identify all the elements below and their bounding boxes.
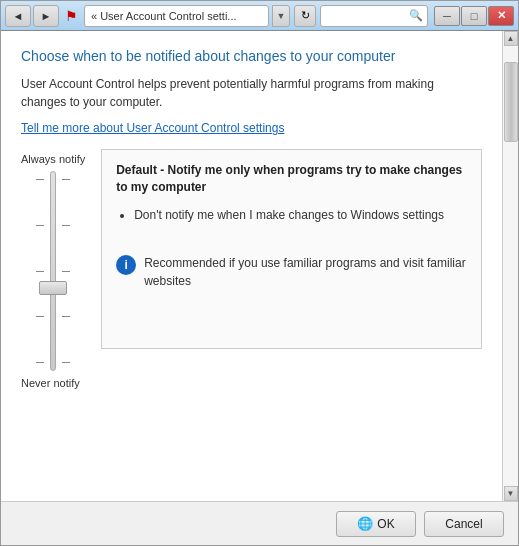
search-icon: 🔍 (409, 9, 423, 22)
slider-section: Always notify (21, 149, 482, 389)
tick-r3 (62, 271, 70, 272)
window: ◄ ► ⚑ « User Account Control setti... ▼ … (0, 0, 519, 546)
slider-thumb[interactable] (39, 281, 67, 295)
flag-icon: ⚑ (65, 8, 78, 24)
nav-buttons: ◄ ► (5, 5, 59, 27)
main-content: Choose when to be notified about changes… (1, 31, 502, 501)
content-area: Choose when to be notified about changes… (1, 31, 518, 501)
info-box-list: Don't notify me when I make changes to W… (116, 206, 467, 224)
tick-r5 (62, 362, 70, 363)
address-bar[interactable]: « User Account Control setti... (84, 5, 269, 27)
title-bar: ◄ ► ⚑ « User Account Control setti... ▼ … (1, 1, 518, 31)
tick-3 (36, 271, 44, 272)
search-bar[interactable]: 🔍 (320, 5, 428, 27)
info-icon: i (116, 255, 136, 275)
slider-track-wrapper (36, 171, 70, 371)
page-title: Choose when to be notified about changes… (21, 47, 482, 65)
scrollbar-up-button[interactable]: ▲ (504, 31, 518, 46)
back-button[interactable]: ◄ (5, 5, 31, 27)
slider-container: Always notify (21, 149, 85, 389)
tick-r1 (62, 179, 70, 180)
tick-r2 (62, 225, 70, 226)
refresh-button[interactable]: ↻ (294, 5, 316, 27)
address-dropdown-button[interactable]: ▼ (272, 5, 290, 27)
tick-5 (36, 362, 44, 363)
window-controls: ─ □ ✕ (434, 6, 514, 26)
tick-marks-left (36, 171, 44, 371)
search-input[interactable] (325, 10, 405, 22)
scrollbar-thumb[interactable] (504, 62, 518, 142)
tick-1 (36, 179, 44, 180)
tick-marks-right (62, 171, 70, 371)
recommended-text: Recommended if you use familiar programs… (144, 254, 467, 290)
cancel-button[interactable]: Cancel (424, 511, 504, 537)
recommended-box: i Recommended if you use familiar progra… (116, 244, 467, 290)
slider-top-label: Always notify (21, 153, 85, 165)
minimize-button[interactable]: ─ (434, 6, 460, 26)
bottom-bar: 🌐 OK Cancel (1, 501, 518, 545)
list-item: Don't notify me when I make changes to W… (134, 206, 467, 224)
address-section: ⚑ « User Account Control setti... ▼ ↻ 🔍 (65, 5, 428, 27)
description-text: User Account Control helps prevent poten… (21, 75, 482, 111)
slider-track[interactable] (50, 171, 56, 371)
scrollbar: ▲ ▼ (502, 31, 518, 501)
close-button[interactable]: ✕ (488, 6, 514, 26)
tick-r4 (62, 316, 70, 317)
info-box-title: Default - Notify me only when programs t… (116, 162, 467, 196)
tick-4 (36, 316, 44, 317)
slider-bottom-label: Never notify (21, 377, 80, 389)
maximize-button[interactable]: □ (461, 6, 487, 26)
scrollbar-down-button[interactable]: ▼ (504, 486, 518, 501)
tick-2 (36, 225, 44, 226)
info-box: Default - Notify me only when programs t… (101, 149, 482, 349)
forward-button[interactable]: ► (33, 5, 59, 27)
learn-more-link[interactable]: Tell me more about User Account Control … (21, 121, 482, 135)
ok-button[interactable]: 🌐 OK (336, 511, 416, 537)
globe-icon: 🌐 (357, 516, 373, 531)
